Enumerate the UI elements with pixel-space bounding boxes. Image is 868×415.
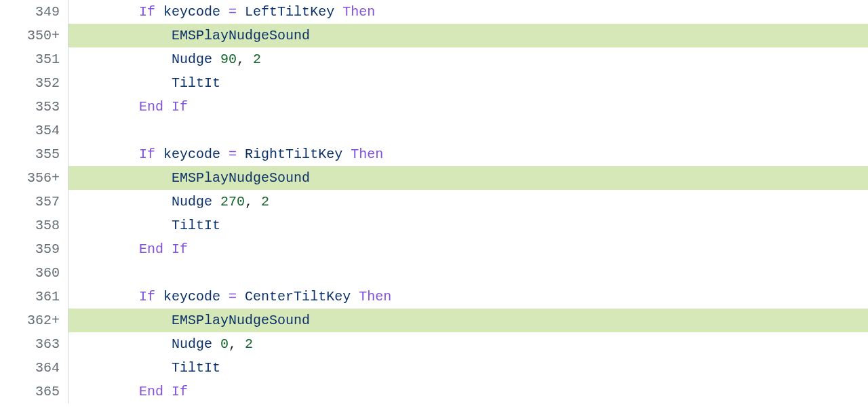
line-number[interactable]: 357 — [0, 190, 68, 214]
code-cell[interactable]: End If — [68, 95, 869, 119]
line-number[interactable]: 359 — [0, 237, 68, 261]
code-cell[interactable]: EMSPlayNudgeSound — [68, 309, 869, 332]
token-kw: End — [139, 384, 163, 399]
code-line[interactable]: 362+ EMSPlayNudgeSound — [0, 309, 868, 332]
indent — [74, 146, 139, 162]
code-cell[interactable]: EMSPlayNudgeSound — [68, 24, 869, 47]
token-plain: , — [245, 194, 261, 210]
line-number[interactable]: 352 — [0, 71, 68, 95]
token-id: TiltIt — [172, 75, 220, 91]
indent — [74, 289, 139, 304]
token-id: keycode — [163, 289, 220, 304]
code-cell[interactable]: If keycode = LeftTiltKey Then — [68, 0, 869, 24]
indent — [74, 313, 172, 328]
token-plain — [237, 289, 245, 304]
line-number[interactable]: 364 — [0, 356, 68, 380]
code-line[interactable]: 354 — [0, 119, 868, 142]
indent — [74, 75, 172, 91]
code-line[interactable]: 359 End If — [0, 237, 868, 261]
token-kw: = — [229, 289, 237, 304]
code-cell[interactable]: EMSPlayNudgeSound — [68, 166, 869, 190]
code-line[interactable]: 357 Nudge 270, 2 — [0, 190, 868, 214]
diff-view: 349 If keycode = LeftTiltKey Then350+ EM… — [0, 0, 868, 403]
token-num: 2 — [245, 336, 253, 352]
code-line[interactable]: 352 TiltIt — [0, 71, 868, 95]
code-line[interactable]: 353 End If — [0, 95, 868, 119]
code-line[interactable]: 355 If keycode = RightTiltKey Then — [0, 142, 868, 166]
line-number[interactable]: 358 — [0, 214, 68, 237]
token-kw: If — [139, 289, 155, 304]
token-plain — [212, 52, 220, 67]
token-kw: If — [139, 4, 155, 20]
code-cell[interactable]: Nudge 0, 2 — [68, 332, 869, 356]
indent — [74, 4, 139, 20]
token-plain: , — [237, 52, 253, 67]
token-id: EMSPlayNudgeSound — [172, 170, 310, 186]
code-cell[interactable]: End If — [68, 237, 869, 261]
code-cell[interactable]: TiltIt — [68, 356, 869, 380]
token-plain — [220, 146, 229, 162]
token-plain — [163, 99, 172, 115]
code-line[interactable]: 363 Nudge 0, 2 — [0, 332, 868, 356]
line-number[interactable]: 356+ — [0, 166, 68, 190]
code-cell[interactable] — [68, 261, 869, 285]
code-cell[interactable]: TiltIt — [68, 71, 869, 95]
indent — [74, 241, 139, 257]
line-number[interactable]: 350+ — [0, 24, 68, 47]
token-num: 2 — [253, 52, 261, 67]
token-id: EMSPlayNudgeSound — [172, 313, 310, 328]
token-plain — [220, 4, 229, 20]
code-line[interactable]: 364 TiltIt — [0, 356, 868, 380]
code-line[interactable]: 351 Nudge 90, 2 — [0, 47, 868, 71]
line-number[interactable]: 361 — [0, 285, 68, 309]
token-id: TiltIt — [172, 360, 220, 376]
code-line[interactable]: 361 If keycode = CenterTiltKey Then — [0, 285, 868, 309]
token-kw: = — [229, 4, 237, 20]
code-cell[interactable]: Nudge 270, 2 — [68, 190, 869, 214]
code-line[interactable]: 358 TiltIt — [0, 214, 868, 237]
line-number[interactable]: 351 — [0, 47, 68, 71]
code-line[interactable]: 349 If keycode = LeftTiltKey Then — [0, 0, 868, 24]
code-line[interactable]: 356+ EMSPlayNudgeSound — [0, 166, 868, 190]
indent — [74, 170, 172, 186]
code-line[interactable]: 350+ EMSPlayNudgeSound — [0, 24, 868, 47]
indent — [74, 384, 139, 399]
token-plain — [342, 146, 351, 162]
code-cell[interactable]: TiltIt — [68, 214, 869, 237]
token-plain — [212, 194, 220, 210]
indent — [74, 360, 172, 376]
token-plain — [351, 289, 359, 304]
token-kw: Then — [351, 146, 383, 162]
token-plain — [163, 384, 172, 399]
line-number[interactable]: 365 — [0, 380, 68, 403]
token-id: keycode — [163, 146, 220, 162]
token-id: Nudge — [172, 336, 212, 352]
token-kw: End — [139, 241, 163, 257]
code-line[interactable]: 365 End If — [0, 380, 868, 403]
line-number[interactable]: 349 — [0, 0, 68, 24]
code-cell[interactable]: If keycode = RightTiltKey Then — [68, 142, 869, 166]
token-plain — [163, 241, 172, 257]
token-id: Nudge — [172, 194, 212, 210]
token-num: 0 — [220, 336, 229, 352]
code-line[interactable]: 360 — [0, 261, 868, 285]
token-num: 2 — [261, 194, 269, 210]
code-cell[interactable]: End If — [68, 380, 869, 403]
token-kw: If — [172, 384, 188, 399]
line-number[interactable]: 355 — [0, 142, 68, 166]
indent — [74, 99, 139, 115]
code-cell[interactable]: If keycode = CenterTiltKey Then — [68, 285, 869, 309]
line-number[interactable]: 354 — [0, 119, 68, 142]
code-cell[interactable]: Nudge 90, 2 — [68, 47, 869, 71]
code-cell[interactable] — [68, 119, 869, 142]
line-number[interactable]: 353 — [0, 95, 68, 119]
token-plain — [334, 4, 342, 20]
line-number[interactable]: 363 — [0, 332, 68, 356]
line-number[interactable]: 362+ — [0, 309, 68, 332]
indent — [74, 52, 172, 67]
token-kw: If — [172, 99, 188, 115]
token-id: RightTiltKey — [245, 146, 342, 162]
indent — [74, 336, 172, 352]
token-kw: = — [229, 146, 237, 162]
line-number[interactable]: 360 — [0, 261, 68, 285]
